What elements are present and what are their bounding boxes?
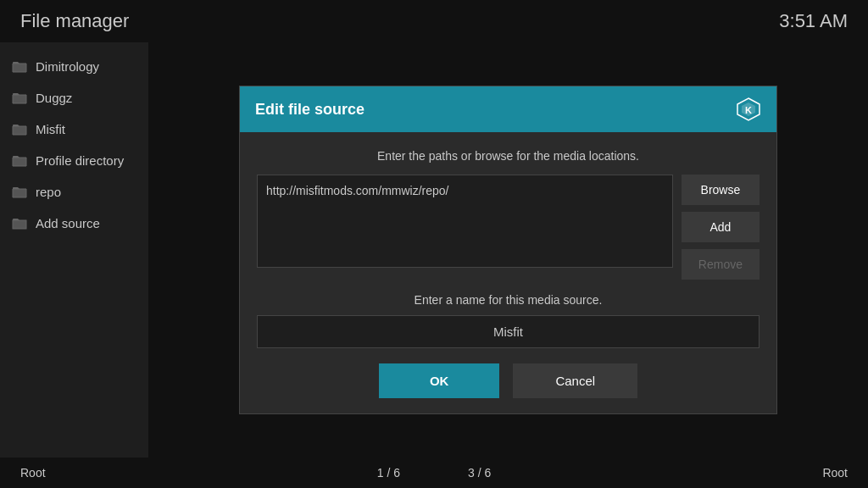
dialog-body: Enter the paths or browse for the media …	[240, 132, 776, 348]
dialog-footer: OK Cancel	[240, 348, 776, 413]
folder-icon	[12, 186, 27, 198]
path-buttons: Browse Add Remove	[682, 175, 760, 280]
sidebar-item-add-source[interactable]: Add source	[0, 208, 148, 239]
sidebar-item-repo[interactable]: repo	[0, 176, 148, 208]
sidebar-item-duggz[interactable]: Duggz	[0, 82, 148, 114]
bottom-bar: Root 1 / 6 3 / 6 Root	[0, 458, 868, 488]
dialog-header: Edit file source K	[240, 86, 776, 132]
path-section: Browse Add Remove	[257, 175, 760, 280]
path-input[interactable]	[257, 175, 673, 268]
bottom-nav1: 1 / 6	[377, 466, 400, 480]
kodi-logo: K	[736, 97, 761, 122]
cancel-button[interactable]: Cancel	[513, 363, 637, 398]
bottom-nav2: 3 / 6	[468, 466, 491, 480]
sidebar-item-profile-directory[interactable]: Profile directory	[0, 145, 148, 176]
bottom-left-root: Root	[20, 466, 46, 480]
dialog-title: Edit file source	[255, 101, 364, 119]
sidebar-item-misfit[interactable]: Misfit	[0, 114, 148, 145]
app-title: File manager	[20, 10, 129, 32]
sidebar-label-repo: repo	[36, 185, 61, 199]
sidebar-label-misfit: Misfit	[36, 122, 65, 136]
ok-button[interactable]: OK	[379, 363, 500, 398]
folder-icon	[12, 92, 27, 104]
name-instruction: Enter a name for this media source.	[257, 293, 760, 307]
clock: 3:51 AM	[779, 10, 848, 32]
bottom-right-root: Root	[822, 466, 848, 480]
sidebar-item-dimitrology[interactable]: Dimitrology	[0, 51, 148, 82]
add-source-icon	[12, 218, 27, 230]
folder-icon	[12, 124, 27, 136]
main-content: Edit file source K Enter the paths or br…	[148, 42, 868, 458]
path-instruction: Enter the paths or browse for the media …	[257, 149, 760, 163]
bottom-nav: 1 / 6 3 / 6	[377, 466, 492, 480]
sidebar-label-profile-directory: Profile directory	[36, 153, 124, 168]
folder-icon	[12, 61, 27, 73]
sidebar-label-dimitrology: Dimitrology	[36, 59, 99, 74]
sidebar: Dimitrology Duggz Misfit Profile directo…	[0, 42, 148, 458]
edit-file-source-dialog: Edit file source K Enter the paths or br…	[239, 86, 777, 414]
top-bar: File manager 3:51 AM	[0, 0, 868, 42]
modal-overlay: Edit file source K Enter the paths or br…	[148, 42, 868, 458]
browse-button[interactable]: Browse	[682, 175, 760, 205]
sidebar-label-add-source: Add source	[36, 216, 100, 230]
add-button[interactable]: Add	[682, 212, 760, 242]
name-input[interactable]	[257, 315, 760, 348]
sidebar-label-duggz: Duggz	[36, 91, 72, 105]
svg-rect-0	[13, 220, 26, 229]
folder-icon	[12, 155, 27, 167]
svg-text:K: K	[745, 105, 752, 115]
remove-button: Remove	[682, 249, 760, 280]
